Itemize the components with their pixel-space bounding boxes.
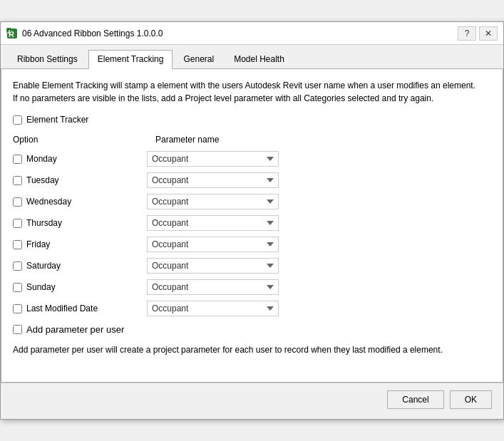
description-text: Enable Element Tracking will stamp a ele… xyxy=(13,79,491,105)
close-button[interactable]: ✕ xyxy=(479,26,498,41)
day-row-monday: MondayOccupant xyxy=(13,149,491,169)
window-controls: ? ✕ xyxy=(458,26,498,41)
footer: Cancel OK xyxy=(1,383,503,419)
day-dropdown-friday[interactable]: Occupant xyxy=(147,237,279,252)
element-tracker-row: Element Tracker xyxy=(13,115,491,125)
day-dropdown-sunday[interactable]: Occupant xyxy=(147,279,279,295)
day-checkbox-saturday[interactable] xyxy=(13,261,22,271)
day-label-thursday[interactable]: Thursday xyxy=(22,218,147,228)
day-checkbox-friday[interactable] xyxy=(13,240,22,249)
day-checkbox-sunday[interactable] xyxy=(13,283,22,292)
day-label-monday[interactable]: Monday xyxy=(22,154,147,164)
day-row-sunday: SundayOccupant xyxy=(13,277,491,297)
element-tracker-label[interactable]: Element Tracker xyxy=(26,115,88,125)
day-dropdown-wednesday[interactable]: Occupant xyxy=(147,194,279,209)
day-row-thursday: ThursdayOccupant xyxy=(13,213,491,233)
day-label-tuesday[interactable]: Tuesday xyxy=(22,175,147,185)
day-checkbox-thursday[interactable] xyxy=(13,219,22,228)
day-row-tuesday: TuesdayOccupant xyxy=(13,170,491,190)
main-window: R A 06 Advanced Ribbon Settings 1.0.0.0 … xyxy=(0,21,504,420)
day-row-wednesday: WednesdayOccupant xyxy=(13,192,491,212)
cancel-button[interactable]: Cancel xyxy=(387,390,443,409)
day-checkbox-wednesday[interactable] xyxy=(13,197,22,207)
column-option-header: Option xyxy=(13,135,155,145)
day-label-sunday[interactable]: Sunday xyxy=(22,282,147,292)
day-dropdown-saturday[interactable]: Occupant xyxy=(147,258,279,274)
day-dropdown-monday[interactable]: Occupant xyxy=(147,151,279,167)
window-title: 06 Advanced Ribbon Settings 1.0.0.0 xyxy=(22,28,458,38)
tab-content: Enable Element Tracking will stamp a ele… xyxy=(1,69,503,383)
element-tracker-checkbox[interactable] xyxy=(13,115,22,125)
day-dropdown-last-modified-date[interactable]: Occupant xyxy=(147,301,279,316)
add-param-description: Add parameter per user will create a pro… xyxy=(13,343,491,356)
app-icon: R A xyxy=(6,28,18,39)
day-row-friday: FridayOccupant xyxy=(13,234,491,254)
ok-button[interactable]: OK xyxy=(450,390,492,409)
tab-model-health[interactable]: Model Health xyxy=(225,50,294,69)
day-label-friday[interactable]: Friday xyxy=(22,239,147,249)
day-dropdown-thursday[interactable]: Occupant xyxy=(147,215,279,231)
day-row-saturday: SaturdayOccupant xyxy=(13,256,491,276)
day-checkbox-tuesday[interactable] xyxy=(13,176,22,185)
tab-element-tracking[interactable]: Element Tracking xyxy=(88,50,173,69)
day-checkbox-last-modified-date[interactable] xyxy=(13,304,22,313)
add-param-per-user-label[interactable]: Add parameter per user xyxy=(26,324,124,335)
title-bar: R A 06 Advanced Ribbon Settings 1.0.0.0 … xyxy=(1,22,503,45)
tab-general[interactable]: General xyxy=(174,50,223,69)
add-param-per-user-checkbox[interactable] xyxy=(13,325,22,334)
day-label-saturday[interactable]: Saturday xyxy=(22,261,147,271)
add-param-row: Add parameter per user xyxy=(13,324,491,335)
table-header: Option Parameter name xyxy=(13,133,491,149)
day-label-last-modified-date[interactable]: Last Modified Date xyxy=(22,303,147,313)
day-row-last-modified-date: Last Modified DateOccupant xyxy=(13,299,491,318)
day-dropdown-tuesday[interactable]: Occupant xyxy=(147,172,279,188)
svg-text:A: A xyxy=(8,29,11,34)
column-param-header: Parameter name xyxy=(155,135,491,145)
tab-bar: Ribbon Settings Element Tracking General… xyxy=(1,45,503,69)
day-checkbox-monday[interactable] xyxy=(13,155,22,164)
days-container: MondayOccupantTuesdayOccupantWednesdayOc… xyxy=(13,149,491,318)
tab-ribbon-settings[interactable]: Ribbon Settings xyxy=(8,50,87,69)
day-label-wednesday[interactable]: Wednesday xyxy=(22,197,147,207)
help-button[interactable]: ? xyxy=(458,26,476,41)
